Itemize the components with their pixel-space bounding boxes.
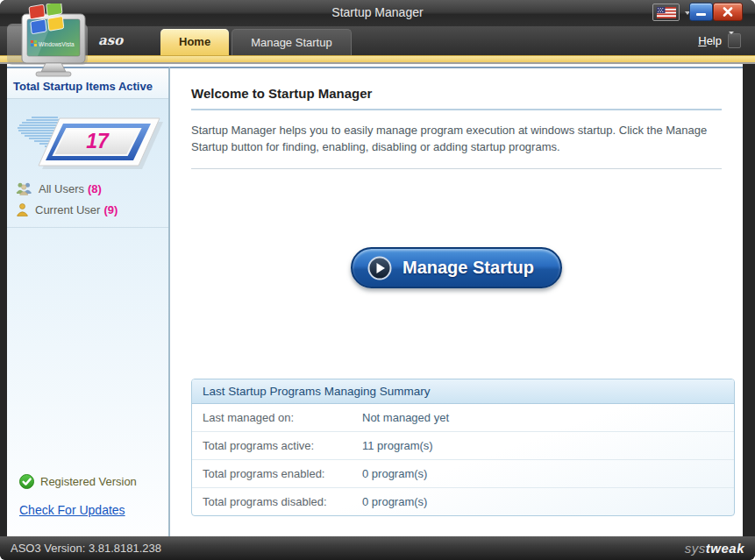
sidebar-item-all-users[interactable]: All Users (8) bbox=[7, 178, 168, 199]
summary-row-last-managed: Last managed on: Not managed yet bbox=[192, 404, 734, 432]
summary-row-active: Total programs active: 11 program(s) bbox=[192, 432, 734, 460]
tab-home-label: Home bbox=[179, 35, 210, 48]
check-for-updates-link[interactable]: Check For Updates bbox=[19, 503, 168, 517]
titlebar: Startup Manager bbox=[0, 0, 755, 26]
user-icon bbox=[16, 202, 29, 216]
statusbar: ASO3 Version: 3.81.8181.238 systweak bbox=[0, 536, 755, 560]
systweak-logo: systweak bbox=[685, 541, 744, 556]
summary-row-disabled: Total programs disabled: 0 program(s) bbox=[192, 488, 734, 515]
content-area: Total Startup Items Active bbox=[0, 67, 755, 536]
registered-version-label: Registered Version bbox=[40, 475, 137, 488]
sidebar-spacer bbox=[7, 228, 168, 474]
startup-manager-window: Startup Manager bbox=[0, 0, 755, 560]
tab-home[interactable]: Home bbox=[160, 29, 229, 55]
language-flag-button[interactable] bbox=[652, 4, 680, 21]
startup-count-badge: 17 bbox=[7, 99, 168, 178]
window-title: Startup Manager bbox=[0, 5, 755, 19]
tab-manage-startup-label: Manage Startup bbox=[251, 36, 332, 49]
us-flag-icon bbox=[657, 7, 676, 18]
toolbar: aso Home Manage Startup Help bbox=[0, 26, 755, 55]
startup-count: 17 bbox=[86, 130, 110, 152]
close-button[interactable] bbox=[713, 3, 743, 21]
sidebar: Total Startup Items Active bbox=[7, 67, 170, 536]
users-group-icon bbox=[16, 181, 32, 195]
help-menu[interactable]: Help bbox=[698, 33, 741, 48]
sidebar-item-current-user[interactable]: Current User (9) bbox=[7, 199, 168, 220]
windows-vista-monitor-logo-icon: WindowsVista bbox=[3, 4, 89, 79]
divider bbox=[191, 168, 722, 169]
summary-panel: Last Startup Programs Managing Summary L… bbox=[191, 379, 735, 516]
description-text: Startup Manager helps you to easily mana… bbox=[191, 122, 722, 155]
summary-row-enabled: Total programs enabled: 0 program(s) bbox=[192, 460, 734, 488]
all-users-label: All Users bbox=[39, 182, 84, 195]
close-icon bbox=[723, 7, 733, 17]
divider bbox=[191, 109, 722, 110]
play-icon bbox=[367, 256, 392, 280]
current-user-label: Current User bbox=[35, 203, 100, 216]
logo-screen-text: WindowsVista bbox=[39, 41, 75, 47]
minimize-icon bbox=[696, 13, 706, 16]
aso-brand-label: aso bbox=[98, 32, 123, 48]
speed-badge-icon: 17 bbox=[12, 110, 163, 174]
all-users-count: (8) bbox=[88, 182, 102, 195]
tab-manage-startup[interactable]: Manage Startup bbox=[231, 29, 352, 55]
help-label: Help bbox=[698, 34, 722, 47]
page-title: Welcome to Startup Manager bbox=[191, 86, 722, 101]
gold-accent-strip bbox=[0, 55, 755, 62]
manage-startup-button-label: Manage Startup bbox=[402, 258, 534, 278]
manage-startup-button[interactable]: Manage Startup bbox=[351, 247, 562, 288]
main-pane: Welcome to Startup Manager Startup Manag… bbox=[170, 67, 743, 536]
minimize-button[interactable] bbox=[689, 3, 713, 21]
version-label: ASO3 Version: 3.81.8181.238 bbox=[11, 542, 161, 555]
check-circle-icon bbox=[19, 474, 34, 489]
button-row: Manage Startup bbox=[191, 247, 722, 288]
summary-panel-title: Last Startup Programs Managing Summary bbox=[192, 379, 734, 404]
tab-strip: Home Manage Startup bbox=[160, 29, 352, 55]
registered-version-status: Registered Version bbox=[7, 474, 168, 489]
current-user-count: (9) bbox=[103, 203, 118, 216]
chevron-down-icon bbox=[728, 33, 741, 48]
